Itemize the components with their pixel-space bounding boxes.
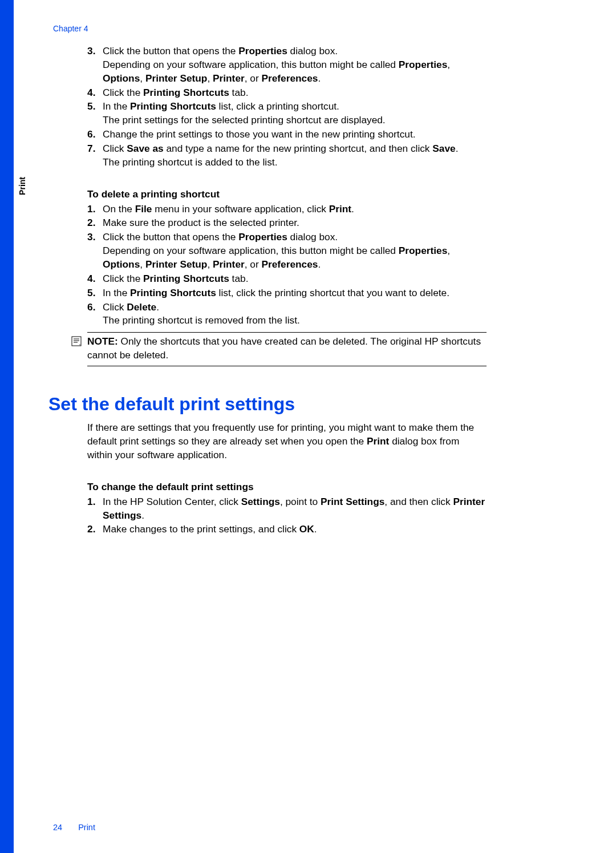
bold-text: Printing Shortcuts bbox=[143, 87, 229, 98]
list-item: On the File menu in your software applic… bbox=[103, 203, 487, 216]
text: . bbox=[318, 258, 321, 270]
text: Click bbox=[103, 301, 127, 313]
list-item: Click Delete. The printing shortcut is r… bbox=[103, 301, 487, 328]
text: . bbox=[456, 143, 459, 154]
text: The print settings for the selected prin… bbox=[103, 114, 386, 126]
text: , bbox=[207, 72, 213, 84]
svg-rect-0 bbox=[72, 337, 81, 346]
bold-text: Print bbox=[329, 203, 351, 215]
list-item: In the Printing Shortcuts list, click th… bbox=[103, 286, 487, 300]
page-footer: 24Print bbox=[53, 823, 95, 832]
text: In the HP Solution Center, click bbox=[103, 496, 241, 507]
text: list, click a printing shortcut. bbox=[216, 100, 339, 112]
bold-text: OK bbox=[299, 523, 314, 535]
bold-text: File bbox=[135, 203, 152, 215]
side-tab-label: Print bbox=[18, 177, 29, 195]
list-item: Make sure the product is the selected pr… bbox=[103, 216, 487, 230]
bold-text: Printer bbox=[213, 72, 245, 84]
bold-text: Save as bbox=[127, 143, 163, 154]
list-item: Make changes to the print settings, and … bbox=[103, 523, 487, 536]
bold-text: Properties bbox=[238, 45, 287, 56]
bold-text: Options bbox=[103, 258, 140, 270]
bold-text: Settings bbox=[241, 496, 280, 507]
list-item: Click the Printing Shortcuts tab. bbox=[103, 86, 487, 100]
bold-text: Printer Setup bbox=[145, 72, 208, 84]
text: , or bbox=[245, 72, 262, 84]
page-number: 24 bbox=[53, 823, 62, 832]
text: Click the bbox=[103, 273, 143, 284]
list-item: Click the Printing Shortcuts tab. bbox=[103, 272, 487, 286]
text: tab. bbox=[229, 87, 249, 98]
text: Make changes to the print settings, and … bbox=[103, 523, 299, 535]
bold-text: Properties bbox=[238, 231, 287, 242]
text: , bbox=[447, 59, 450, 70]
list-item: Click the button that opens the Properti… bbox=[103, 231, 487, 272]
list-item: Click the button that opens the Properti… bbox=[103, 45, 487, 86]
text: tab. bbox=[229, 273, 249, 284]
text: Depending on your software application, … bbox=[103, 59, 399, 70]
steps-list-1: Click the button that opens the Properti… bbox=[87, 45, 487, 169]
subheading-change-defaults: To change the default print settings bbox=[87, 480, 487, 494]
bold-text: Print Settings bbox=[321, 496, 384, 507]
text: Make sure the product is the selected pr… bbox=[103, 217, 299, 228]
text: , bbox=[207, 258, 213, 270]
bold-text: Printing Shortcuts bbox=[143, 273, 229, 284]
text: dialog box. bbox=[287, 231, 338, 242]
text: , bbox=[140, 258, 145, 270]
bold-text: Properties bbox=[399, 245, 447, 256]
note-box: NOTE: Only the shortcuts that you have c… bbox=[87, 332, 487, 366]
page-content: Click the button that opens the Properti… bbox=[87, 45, 487, 537]
bold-text: Print bbox=[367, 435, 389, 447]
text: Click the button that opens the bbox=[103, 45, 238, 56]
list-item: In the Printing Shortcuts list, click a … bbox=[103, 100, 487, 127]
text: In the bbox=[103, 287, 130, 298]
list-item: In the HP Solution Center, click Setting… bbox=[103, 495, 487, 523]
list-item: Click Save as and type a name for the ne… bbox=[103, 142, 487, 169]
text: Change the print settings to those you w… bbox=[103, 128, 416, 140]
text: Click bbox=[103, 143, 127, 154]
note-text: Only the shortcuts that you have created… bbox=[87, 335, 481, 361]
chapter-header: Chapter 4 bbox=[53, 24, 88, 33]
text: . bbox=[318, 72, 321, 84]
footer-title: Print bbox=[78, 823, 95, 832]
bold-text: Properties bbox=[399, 59, 447, 70]
text: The printing shortcut is removed from th… bbox=[103, 314, 300, 326]
text: , or bbox=[245, 258, 262, 270]
list-item: Change the print settings to those you w… bbox=[103, 128, 487, 142]
text: Depending on your software application, … bbox=[103, 245, 399, 256]
text: Click the button that opens the bbox=[103, 231, 238, 242]
text: list, click the printing shortcut that y… bbox=[216, 287, 449, 298]
intro-paragraph: If there are settings that you frequentl… bbox=[87, 421, 487, 462]
text: . bbox=[156, 301, 159, 313]
text: . bbox=[351, 203, 354, 215]
text: . bbox=[141, 510, 144, 521]
bold-text: Printing Shortcuts bbox=[130, 100, 216, 112]
text: On the bbox=[103, 203, 135, 215]
text: Click the bbox=[103, 87, 143, 98]
bold-text: Printing Shortcuts bbox=[130, 287, 216, 298]
bold-text: Save bbox=[432, 143, 455, 154]
text: , and then click bbox=[384, 496, 453, 507]
bold-text: Printer Setup bbox=[145, 258, 208, 270]
text: , point to bbox=[280, 496, 321, 507]
note-label: NOTE: bbox=[87, 335, 118, 347]
text: The printing shortcut is added to the li… bbox=[103, 156, 277, 168]
text: In the bbox=[103, 100, 130, 112]
text: menu in your software application, click bbox=[152, 203, 329, 215]
steps-list-3: In the HP Solution Center, click Setting… bbox=[87, 495, 487, 537]
bold-text: Preferences bbox=[262, 258, 318, 270]
bold-text: Options bbox=[103, 72, 140, 84]
side-blue-bar bbox=[0, 0, 14, 853]
text: , bbox=[140, 72, 145, 84]
note-icon bbox=[71, 336, 82, 350]
bold-text: Delete bbox=[127, 301, 156, 313]
steps-list-2: On the File menu in your software applic… bbox=[87, 203, 487, 328]
bold-text: Printer bbox=[213, 258, 245, 270]
section-heading: Set the default print settings bbox=[48, 391, 487, 417]
subheading-delete-shortcut: To delete a printing shortcut bbox=[87, 188, 487, 201]
text: and type a name for the new printing sho… bbox=[164, 143, 433, 154]
text: dialog box. bbox=[287, 45, 338, 56]
bold-text: Preferences bbox=[262, 72, 318, 84]
text: . bbox=[314, 523, 317, 535]
text: , bbox=[447, 245, 450, 256]
